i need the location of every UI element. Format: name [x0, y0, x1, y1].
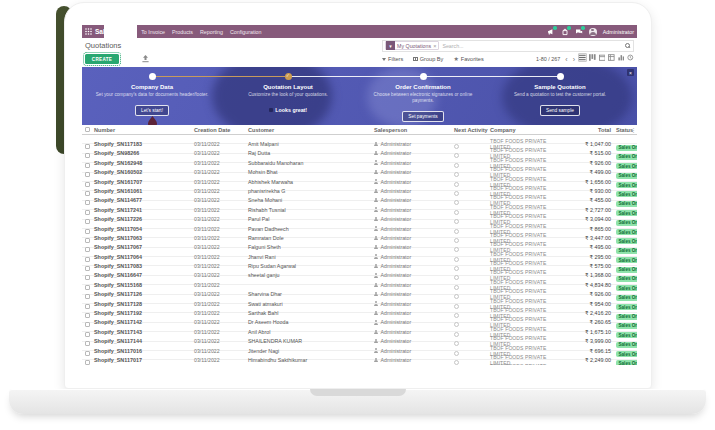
create-button[interactable]: CREATE	[85, 54, 119, 64]
salesperson-icon	[374, 189, 379, 194]
facet-remove-icon[interactable]: ×	[433, 43, 438, 49]
row-total: ₹ 1,047.00	[566, 141, 614, 147]
row-salesperson: Administrator	[374, 329, 454, 335]
pager-prev-icon[interactable]: ‹	[565, 56, 567, 63]
filters-menu[interactable]: Filters	[382, 56, 403, 62]
row-number: Shopify_SN117128	[94, 301, 194, 307]
pager-next-icon[interactable]: ›	[573, 56, 575, 63]
salesperson-icon	[374, 236, 379, 241]
row-number: Shopify_SN117016	[94, 348, 194, 354]
salesperson-icon	[374, 330, 379, 335]
search-icon[interactable]	[625, 43, 631, 49]
kanban-view-icon[interactable]	[588, 53, 597, 62]
row-salesperson: Administrator	[374, 254, 454, 260]
nav-menu-products[interactable]: Products	[172, 29, 193, 35]
import-icon[interactable]	[142, 55, 149, 63]
messages-icon[interactable]	[575, 28, 583, 36]
col-next-activity[interactable]: Next Activity	[454, 127, 490, 133]
table-body: Shopify_SN117183 03/11/2022 Amit Malpani…	[82, 135, 637, 365]
funnel-icon	[382, 58, 386, 61]
notification-badge	[553, 26, 557, 30]
row-customer: Ramratan Dole	[248, 235, 374, 241]
col-total[interactable]: Total	[566, 127, 614, 133]
row-total: ₹ 1,656.00	[566, 179, 614, 185]
quotations-table: Number Creation Date Customer Salesperso…	[82, 125, 637, 365]
salesperson-icon	[374, 273, 379, 278]
graph-view-icon[interactable]	[617, 53, 626, 62]
favorites-menu[interactable]: ★ Favorites	[453, 56, 483, 62]
row-number: Shopify_SN161707	[94, 179, 194, 185]
row-creation-date: 03/11/2022	[194, 357, 248, 363]
salesperson-icon	[374, 217, 379, 222]
row-next-activity	[454, 360, 490, 365]
nav-menu-reporting[interactable]: Reporting	[200, 29, 223, 35]
group-by-menu[interactable]: Group By	[413, 56, 443, 62]
select-all-checkbox[interactable]	[85, 127, 90, 132]
row-creation-date: 03/11/2022	[194, 188, 248, 194]
row-total: ₹ 926.00	[566, 160, 614, 166]
salesperson-icon	[374, 254, 379, 259]
col-customer[interactable]: Customer	[248, 127, 374, 133]
row-creation-date: 03/11/2022	[194, 263, 248, 269]
row-customer: Ripu Sudan Agarwal	[248, 263, 374, 269]
marketing-screenshot: Sales OrdersTo InvoiceProductsReportingC…	[0, 0, 715, 430]
col-creation-date[interactable]: Creation Date	[194, 127, 248, 133]
col-company[interactable]: Company	[490, 127, 566, 133]
lets-start-button[interactable]: Let's start!	[135, 105, 169, 116]
row-number: Shopify_SN117064	[94, 254, 194, 260]
row-salesperson: Administrator	[374, 216, 454, 222]
col-salesperson[interactable]: Salesperson	[374, 127, 454, 133]
row-creation-date: 03/11/2022	[194, 244, 248, 250]
search-input[interactable]: ▾ My Quotations × Search...	[382, 40, 634, 52]
row-number: Shopify_SN117126	[94, 291, 194, 297]
user-avatar[interactable]	[589, 28, 597, 36]
row-total: ₹ 455.00	[566, 197, 614, 203]
row-creation-date: 03/11/2022	[194, 272, 248, 278]
app-screen: Sales OrdersTo InvoiceProductsReportingC…	[82, 25, 637, 375]
row-customer: Dr Aseem Hooda	[248, 319, 374, 325]
row-salesperson: Administrator	[374, 357, 454, 363]
notification-badge	[567, 26, 571, 30]
row-total: ₹ 3,999.00	[566, 338, 614, 344]
nav-menu-configuration[interactable]: Configuration	[230, 29, 262, 35]
progress-dot-4[interactable]	[557, 73, 564, 80]
megaphone-icon[interactable]	[547, 28, 555, 36]
send-sample-button[interactable]: Send sample	[540, 105, 580, 116]
apps-grid-icon[interactable]	[85, 28, 92, 35]
row-creation-date: 03/11/2022	[194, 197, 248, 203]
progress-dot-1[interactable]	[149, 73, 156, 80]
list-view-icon[interactable]	[578, 53, 587, 62]
row-creation-date: 03/11/2022	[194, 348, 248, 354]
row-customer: Parul Pal	[248, 216, 374, 222]
activity-view-icon[interactable]	[626, 53, 635, 62]
table-row[interactable]: Shopify_SN117183 03/11/2022 Amit Malpani…	[82, 135, 637, 144]
salesperson-icon	[374, 207, 379, 212]
row-creation-date: 03/11/2022	[194, 169, 248, 175]
row-customer: Falguni Sheth	[248, 244, 374, 250]
row-total: ₹ 930.00	[566, 188, 614, 194]
row-creation-date: 03/11/2022	[194, 282, 248, 288]
bag-icon[interactable]	[561, 28, 569, 36]
notification-badge	[581, 26, 585, 30]
row-customer: Jitender Nagi	[248, 348, 374, 354]
row-customer: Himabindhu Sakthikumar	[248, 357, 374, 363]
search-facet[interactable]: ▾ My Quotations ×	[385, 41, 439, 50]
calendar-view-icon[interactable]	[598, 53, 607, 62]
row-salesperson: Administrator	[374, 150, 454, 156]
progress-dot-3[interactable]	[420, 73, 427, 80]
banner-close-icon[interactable]: ×	[627, 69, 634, 76]
nav-menu-to-invoice[interactable]: To Invoice	[141, 29, 165, 35]
row-customer: Sneha Mohani	[248, 197, 374, 203]
set-payments-button[interactable]: Set payments	[402, 111, 443, 122]
optional-columns-toggle[interactable]: ⋮	[631, 127, 636, 133]
pivot-view-icon[interactable]	[607, 53, 616, 62]
progress-dot-2-check[interactable]: ✓	[285, 73, 292, 80]
user-name[interactable]: Administrator	[603, 29, 634, 35]
salesperson-icon	[374, 151, 379, 156]
row-creation-date: 03/11/2022	[194, 226, 248, 232]
col-number[interactable]: Number	[94, 127, 194, 133]
row-total: ₹ 926.00	[566, 291, 614, 297]
row-salesperson: Administrator	[374, 169, 454, 175]
row-customer: Jhanvi Rani	[248, 254, 374, 260]
salesperson-icon	[374, 348, 379, 353]
